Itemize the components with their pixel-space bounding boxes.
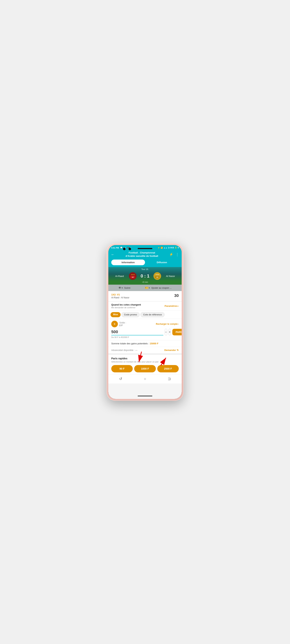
advancebet-text: Advancebet disponible : xyxy=(111,349,135,352)
advancebet-row: Advancebet disponible : — Demander ↻ xyxy=(108,347,182,353)
battery-icon: 🔋 xyxy=(175,247,177,249)
header: ← Football . Championnat d'Arabie saoudi… xyxy=(108,250,182,260)
tabs-container: Information Diffusion xyxy=(108,260,182,267)
solde-value: 0 F xyxy=(119,324,126,327)
team2-block: ★★★ AN Al Nassr xyxy=(153,272,179,280)
tour-label: Tour 18. xyxy=(108,267,182,271)
solde-group: + Solde : 0 F xyxy=(111,321,126,327)
pari-button[interactable]: PARI xyxy=(172,329,182,335)
minus-icon: − xyxy=(165,330,167,334)
tab-diffusion[interactable]: Diffusion xyxy=(145,260,179,265)
screen: 5:51 PM 💬 ☁ 🎮 • ⚡ 📶 ▲▲ 2.4 K/S 🔋 9 ← xyxy=(108,245,182,399)
action-row: 👁+ Suivre 🎫+ Ajouter au coupon ... xyxy=(108,285,182,291)
plus-icon: + xyxy=(169,330,171,334)
signal-icon: 📶 xyxy=(161,247,163,249)
team2-name: Al Nassr xyxy=(162,275,179,278)
bet-teams: Al-Raed - Al Nassr xyxy=(111,296,129,299)
gains-value: 15000 F xyxy=(150,342,159,345)
ajouter-coupon-button[interactable]: 🎫+ Ajouter au coupon ... xyxy=(145,286,172,290)
ticket-plus-icon: 🎫+ xyxy=(145,286,150,290)
svg-text:AR: AR xyxy=(132,276,134,278)
suivre-label: Suivre xyxy=(124,287,130,289)
rapides-buttons: 90 F 1000 F 2500 F xyxy=(111,365,179,372)
match-time: +8 min xyxy=(108,280,182,285)
whatsapp-icon: 💬 xyxy=(120,246,123,249)
solde-info: Solde : 0 F xyxy=(119,322,126,327)
header-icons: ⚡ ⋮ xyxy=(169,252,179,256)
settings-row: Quand les cotes changent Me demander de … xyxy=(108,301,182,310)
gains-label: Somme totale des gains potentiels : xyxy=(111,342,149,345)
header-title-line2: d'Arabie saoudite de football xyxy=(115,254,169,258)
svg-text:★★★: ★★★ xyxy=(155,274,159,276)
cote-reference-label: Cote de référence xyxy=(143,314,162,316)
svg-text:★★★: ★★★ xyxy=(131,274,135,276)
phone-speaker xyxy=(138,248,152,249)
rapide-90-label: 90 F xyxy=(120,367,125,370)
add-funds-button[interactable]: + xyxy=(111,321,118,327)
rapide-btn-90[interactable]: 90 F xyxy=(111,365,133,372)
header-title-line1: Football . Championnat xyxy=(115,251,169,254)
settings-label: Quand les cotes changent xyxy=(111,303,141,306)
ajouter-label: Ajouter au coupon ... xyxy=(151,287,172,289)
match-row: Al-Raed ★★★ AR 0 : 1 xyxy=(108,271,182,280)
mise-label: Mise xyxy=(113,313,118,316)
pari-label: PARI xyxy=(176,330,181,334)
tab-code-promo[interactable]: Code promo xyxy=(121,312,140,317)
status-time: 5:51 PM xyxy=(111,247,119,249)
battery-level: 9 xyxy=(178,247,179,249)
bet-info: 1X2: V1 Al-Raed - Al Nassr xyxy=(111,293,129,299)
amount-input[interactable] xyxy=(111,329,163,335)
chevron-recharge-icon: › xyxy=(178,323,179,325)
rapide-btn-2500[interactable]: 2500 F xyxy=(157,365,179,372)
rapide-btn-1000[interactable]: 1000 F xyxy=(134,365,156,372)
network-speed: 2.4 K/S xyxy=(168,247,174,249)
chevron-right-icon: › xyxy=(178,304,179,307)
demander-label: Demander xyxy=(164,349,176,352)
refresh-icon: ↻ xyxy=(177,349,179,352)
eye-plus-icon: 👁+ xyxy=(118,286,123,290)
phone-screen-container: 5:51 PM 💬 ☁ 🎮 • ⚡ 📶 ▲▲ 2.4 K/S 🔋 9 ← xyxy=(108,245,182,399)
paris-rapides-section: Paris rapides Sélectionnez un montant de… xyxy=(108,353,182,374)
rapides-sub: Sélectionnez un montant de mise pour pla… xyxy=(111,361,179,363)
solde-label: Solde : xyxy=(119,322,126,324)
status-left: 5:51 PM 💬 ☁ 🎮 • xyxy=(111,246,131,249)
settings-link[interactable]: Paramètres › xyxy=(165,304,179,307)
advancebet-dash: — xyxy=(135,349,137,352)
phone-camera-right xyxy=(129,248,131,250)
more-icon[interactable]: ⋮ xyxy=(175,252,179,256)
wifi-icon: ▲▲ xyxy=(163,247,167,249)
rapide-1000-label: 1000 F xyxy=(141,367,149,370)
settings-sub: Me demander de confirmer xyxy=(111,306,141,309)
suivre-button[interactable]: 👁+ Suivre xyxy=(118,286,130,290)
demander-button[interactable]: Demander ↻ xyxy=(164,349,179,352)
nav-home-icon[interactable]: ○ xyxy=(144,377,146,381)
tab-mise[interactable]: Mise xyxy=(111,312,121,317)
plus-button[interactable]: + xyxy=(169,329,171,335)
bet-header-card: 1X2: V1 Al-Raed - Al Nassr 30 xyxy=(108,291,182,301)
match-section: Tour 18. Al-Raed ★★★ AR 0 xyxy=(108,267,182,285)
range-text: De 90 F à 452000 F xyxy=(111,336,179,338)
solde-row: + Solde : 0 F Recharger le compte › xyxy=(111,321,179,327)
status-right: ⚡ 📶 ▲▲ 2.4 K/S 🔋 9 xyxy=(158,247,179,249)
team1-block: Al-Raed ★★★ AR xyxy=(111,272,137,280)
amount-input-row: − + PARI xyxy=(111,329,179,335)
rapides-title: Paris rapides xyxy=(111,357,179,360)
lightning-icon[interactable]: ⚡ xyxy=(169,252,173,256)
minus-button[interactable]: − xyxy=(165,329,167,335)
nav-back-icon[interactable]: ↺ xyxy=(119,376,122,381)
phone-device: 5:51 PM 💬 ☁ 🎮 • ⚡ 📶 ▲▲ 2.4 K/S 🔋 9 ← xyxy=(107,243,183,401)
tab-information[interactable]: Information xyxy=(111,260,145,265)
bluetooth-icon: ⚡ xyxy=(158,247,160,249)
phone-bottom-bar xyxy=(138,396,152,396)
tab-cote-reference[interactable]: Cote de référence xyxy=(140,312,164,317)
bottom-nav: ↺ ○ ⊐ xyxy=(108,374,182,384)
svg-text:AN: AN xyxy=(156,276,158,278)
bet-type: 1X2: V1 xyxy=(111,293,129,296)
settings-info: Quand les cotes changent Me demander de … xyxy=(111,303,141,309)
team2-logo: ★★★ AN xyxy=(153,272,161,280)
nav-recent-icon[interactable]: ⊐ xyxy=(168,376,171,381)
recharge-button[interactable]: Recharger le compte › xyxy=(156,323,179,325)
bet-tabs: Mise Code promo Cote de référence xyxy=(108,310,182,319)
bet-header-row: 1X2: V1 Al-Raed - Al Nassr 30 xyxy=(111,293,179,299)
back-button[interactable]: ← xyxy=(111,252,115,256)
